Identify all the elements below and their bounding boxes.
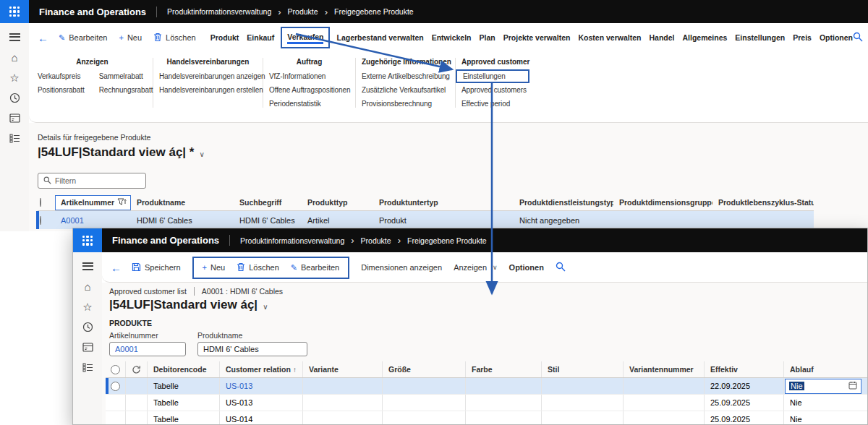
col-header-variante[interactable]: Variante	[303, 361, 383, 377]
grid-filter[interactable]	[38, 173, 146, 189]
tab-lagerbestand-verwalten[interactable]: Lagerbestand verwalten	[336, 33, 423, 42]
tab-projekte-verwalten[interactable]: Projekte verwalten	[503, 33, 571, 42]
cell-customer-relation[interactable]: US-014	[220, 411, 303, 425]
col-header-ablauf[interactable]: Ablauf	[784, 361, 868, 377]
view-dropdown[interactable]: Anzeigen ∨	[454, 263, 497, 272]
show-dimensions-button[interactable]: Dimensionen anzeigen	[361, 263, 442, 272]
menu-item-verkaufspreis[interactable]: Verkaufspreis	[38, 72, 85, 80]
col-header-artikelnummer[interactable]: Artikelnummer	[55, 195, 131, 210]
tab-plan[interactable]: Plan	[480, 33, 495, 42]
select-all-radio[interactable]	[111, 365, 120, 374]
menu-item-zusaetzliche-verkaufsartikel[interactable]: Zusätzliche Verkaufsartikel	[362, 86, 449, 94]
recent-clock-icon[interactable]	[8, 92, 21, 103]
cell-customer-relation[interactable]: US-013	[220, 378, 303, 394]
col-header-produktlebenszyklus-status[interactable]: Produktlebenszyklus-Status	[712, 198, 814, 207]
modules-list-icon[interactable]	[81, 361, 94, 373]
tab-kosten-verwalten[interactable]: Kosten verwalten	[579, 33, 642, 42]
col-header-debitorencode[interactable]: Debitorencode	[148, 361, 220, 377]
menu-item-vfz-informationen[interactable]: VfZ-Informationen	[269, 72, 349, 80]
cell-customer-relation[interactable]: US-013	[220, 395, 303, 411]
menu-item-periodenstatistik[interactable]: Periodenstatistik	[269, 100, 349, 108]
cell-artikelnummer[interactable]: A0001	[55, 216, 131, 225]
workspaces-icon[interactable]	[81, 341, 94, 353]
tab-optionen[interactable]: Optionen	[820, 33, 853, 42]
col-header-customer-relation[interactable]: Customer relation ↑	[220, 361, 303, 377]
menu-item-externe-artikelbeschreibung[interactable]: Externe Artikelbeschreibung	[362, 72, 449, 80]
search-icon[interactable]	[853, 32, 863, 43]
tab-entwickeln[interactable]: Entwickeln	[432, 33, 472, 42]
options-menu[interactable]: Optionen	[509, 263, 544, 272]
breadcrumb-page[interactable]: Freigegebene Produkte	[334, 7, 414, 16]
col-header-suchbegriff[interactable]: Suchbegriff	[234, 198, 302, 207]
app-title[interactable]: Finance and Operations	[112, 235, 219, 246]
col-header-produktname[interactable]: Produktname	[131, 198, 234, 207]
row-selector-radio[interactable]	[40, 216, 41, 225]
produktname-input[interactable]	[197, 342, 307, 356]
delete-button[interactable]: Löschen	[153, 33, 196, 43]
menu-item-approved-customers[interactable]: Approved customers	[461, 86, 529, 94]
workspaces-icon[interactable]	[8, 112, 21, 124]
app-launcher-button[interactable]	[0, 0, 29, 23]
breadcrumb-module[interactable]: Produktinformationsverwaltung	[167, 7, 271, 16]
search-icon[interactable]	[556, 262, 566, 273]
breadcrumb-area[interactable]: Produkte	[361, 236, 391, 245]
tab-einkauf[interactable]: Einkauf	[247, 33, 274, 42]
view-title[interactable]: |54LUF|Standard view áç| * ∨	[38, 145, 868, 160]
nav-hamburger-icon[interactable]	[81, 260, 94, 272]
ablauf-date-editor[interactable]: Nie	[785, 379, 861, 394]
modules-list-icon[interactable]	[8, 132, 21, 144]
col-header-farbe[interactable]: Farbe	[466, 361, 542, 377]
new-button[interactable]: + Neu	[203, 263, 226, 272]
breadcrumb-module[interactable]: Produktinformationsverwaltung	[240, 236, 344, 245]
select-all-radio[interactable]	[40, 198, 41, 207]
back-button[interactable]: ←	[111, 262, 122, 274]
col-header-effektiv[interactable]: Effektiv	[705, 361, 784, 377]
breadcrumb-area[interactable]: Produkte	[288, 7, 318, 16]
menu-item-effective-period[interactable]: Effective period	[461, 100, 529, 108]
edit-button[interactable]: ✎ Bearbeiten	[291, 263, 339, 272]
tab-handel[interactable]: Handel	[649, 33, 674, 42]
col-header-produktdimensionsgruppen[interactable]: Produktdimensionsgruppen	[613, 198, 712, 207]
tab-produkt[interactable]: Produkt	[210, 33, 239, 42]
table-row[interactable]: Tabelle US-013 25.09.2025 Nie	[106, 395, 868, 411]
col-header-produktdienstleistungstyp[interactable]: Produktdienstleistungstyp	[514, 198, 613, 207]
menu-item-einstellungen[interactable]: Einstellungen	[456, 69, 529, 83]
breadcrumb-page[interactable]: Freigegebene Produkte	[407, 236, 487, 245]
app-title[interactable]: Finance and Operations	[39, 7, 146, 17]
tab-einstellungen[interactable]: Einstellungen	[735, 33, 785, 42]
menu-item-sammelrabatt[interactable]: Sammelrabatt	[99, 72, 153, 80]
edit-button[interactable]: ✎ Bearbeiten	[59, 33, 107, 42]
tab-preis[interactable]: Preis	[793, 33, 812, 42]
menu-item-offene-auftragspositionen[interactable]: Offene Auftragspositionen	[269, 86, 349, 94]
app-launcher-button[interactable]	[73, 228, 102, 252]
col-header-produkttyp[interactable]: Produkttyp	[302, 198, 373, 207]
row-selector-radio[interactable]	[111, 382, 120, 391]
col-header-variantennummer[interactable]: Variantennummer	[624, 361, 705, 377]
view-title[interactable]: |54LUF|Standard view áç| ∨	[109, 298, 867, 312]
refresh-icon[interactable]	[126, 361, 148, 377]
col-header-groesse[interactable]: Größe	[383, 361, 466, 377]
nav-hamburger-icon[interactable]	[8, 31, 21, 43]
save-button[interactable]: Speichern	[132, 262, 181, 273]
cell-ablauf-editing[interactable]: Nie	[784, 378, 868, 394]
table-row[interactable]: Tabelle US-013 22.09.2025 Nie	[106, 378, 868, 395]
favorites-star-icon[interactable]: ☆	[8, 72, 21, 83]
filter-input[interactable]	[55, 176, 140, 185]
recent-clock-icon[interactable]	[81, 321, 94, 332]
menu-item-handelsvereinbarungen-anzeigen[interactable]: Handelsvereinbarungen anzeigen	[159, 72, 257, 80]
menu-item-positionsrabatt[interactable]: Positionsrabatt	[38, 86, 85, 94]
calendar-icon[interactable]	[848, 381, 857, 391]
new-button[interactable]: + Neu	[119, 33, 142, 42]
favorites-star-icon[interactable]: ☆	[81, 301, 94, 312]
delete-button[interactable]: Löschen	[237, 262, 279, 273]
table-row[interactable]: Tabelle US-014 25.09.2025 Nie	[106, 411, 868, 425]
home-icon[interactable]: ⌂	[8, 51, 21, 63]
back-button[interactable]: ←	[38, 32, 48, 44]
tab-allgemeines[interactable]: Allgemeines	[683, 33, 728, 42]
col-header-stil[interactable]: Stil	[542, 361, 624, 377]
tab-verkaufen[interactable]: Verkaufen	[281, 27, 330, 48]
menu-item-handelsvereinbarungen-erstellen[interactable]: Handelsvereinbarungen erstellen	[159, 86, 257, 94]
menu-item-rechnungsrabatt[interactable]: Rechnungsrabatt	[99, 86, 153, 94]
home-icon[interactable]: ⌂	[81, 280, 94, 292]
menu-item-provisionsberechnung[interactable]: Provisionsberechnung	[362, 100, 449, 108]
